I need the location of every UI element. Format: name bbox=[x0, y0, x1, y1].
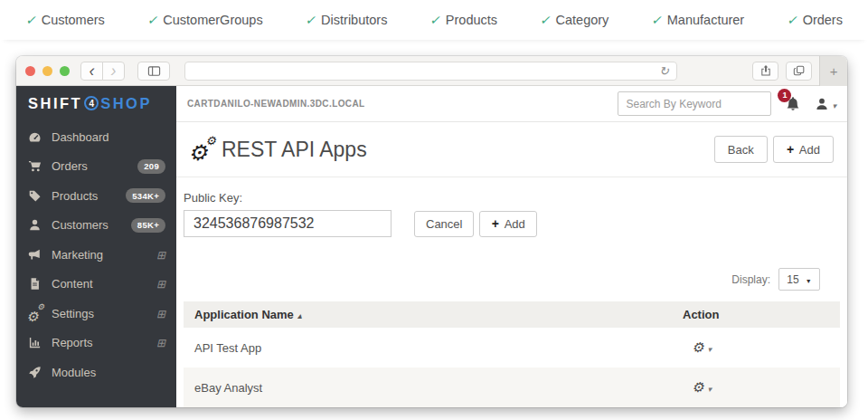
sidebar-label: Orders bbox=[52, 159, 137, 173]
add-button[interactable]: Add bbox=[773, 136, 834, 163]
sidebar-label: Content bbox=[52, 277, 156, 291]
form-add-button[interactable]: Add bbox=[479, 211, 536, 237]
check-item-category: Category bbox=[540, 13, 609, 27]
back-button[interactable]: Back bbox=[714, 136, 768, 163]
row-action-button[interactable] bbox=[683, 379, 712, 396]
file-icon bbox=[27, 277, 42, 291]
nav-buttons bbox=[80, 62, 125, 81]
expand-icon[interactable] bbox=[156, 336, 165, 349]
url-input[interactable] bbox=[193, 65, 659, 76]
table-row: API Test App bbox=[184, 328, 840, 368]
sidebar-item-products[interactable]: Products 534K+ bbox=[16, 181, 176, 211]
table-header-row: Application Name Action bbox=[184, 301, 840, 328]
sidebar-toggle-icon bbox=[147, 64, 161, 78]
dashboard-icon bbox=[27, 129, 42, 144]
sidebar-item-orders[interactable]: Orders 209 bbox=[16, 152, 176, 182]
tabs-overview-button[interactable] bbox=[786, 62, 812, 81]
user-icon bbox=[27, 218, 42, 233]
select-caret-icon bbox=[806, 273, 812, 286]
expand-icon[interactable] bbox=[156, 307, 165, 320]
sidebar-item-content[interactable]: Content bbox=[16, 270, 176, 300]
logo-4-icon: 4 bbox=[84, 96, 99, 110]
check-item-products: Products bbox=[429, 13, 497, 27]
notifications-button[interactable]: 1 bbox=[785, 96, 801, 112]
page-size-select[interactable]: 15 bbox=[778, 268, 820, 291]
sidebar-item-reports[interactable]: Reports bbox=[16, 329, 176, 358]
sidebar-item-customers[interactable]: Customers 85K+ bbox=[16, 211, 176, 241]
admin-app: SHIFT 4 SHOP Dashboard Orders 209 bbox=[16, 86, 847, 407]
check-item-customers: Customers bbox=[25, 13, 105, 27]
rocket-icon bbox=[27, 365, 42, 379]
account-menu-button[interactable] bbox=[815, 96, 836, 112]
person-icon bbox=[815, 97, 829, 111]
public-key-input[interactable] bbox=[184, 210, 392, 237]
sidebar-label: Marketing bbox=[52, 248, 156, 262]
check-item-manufacturer: Manufacturer bbox=[651, 13, 744, 27]
sidebar-toggle-button[interactable] bbox=[137, 62, 170, 81]
check-icon bbox=[787, 13, 797, 27]
shift4shop-logo[interactable]: SHIFT 4 SHOP bbox=[16, 86, 176, 120]
share-icon bbox=[760, 64, 772, 77]
search-input[interactable] bbox=[626, 98, 766, 110]
sidebar-item-dashboard[interactable]: Dashboard bbox=[16, 122, 176, 152]
topbar-right: 1 bbox=[618, 91, 836, 116]
sidebar-item-settings[interactable]: Settings bbox=[16, 299, 176, 329]
window-controls bbox=[25, 66, 70, 76]
tags-icon bbox=[27, 188, 42, 203]
cogs-icon bbox=[27, 306, 42, 320]
url-bar[interactable] bbox=[184, 62, 677, 81]
main-content: CARTDANILO-NEWADMIN.3DC.LOCAL 1 bbox=[176, 86, 847, 407]
tabs-icon bbox=[793, 64, 806, 77]
page-header: REST API Apps Back Add bbox=[176, 122, 847, 177]
public-key-label: Public Key: bbox=[184, 191, 847, 205]
reload-icon[interactable] bbox=[659, 62, 669, 79]
chrome-right-buttons bbox=[752, 56, 838, 86]
customers-count-badge: 85K+ bbox=[131, 218, 165, 233]
products-count-badge: 534K+ bbox=[126, 188, 165, 203]
check-item-distributors: Distributors bbox=[305, 13, 387, 27]
browser-forward-button[interactable] bbox=[102, 62, 125, 81]
display-label: Display: bbox=[731, 273, 770, 286]
check-item-customergroups: CustomerGroups bbox=[147, 13, 263, 27]
check-icon bbox=[25, 13, 36, 27]
sidebar: SHIFT 4 SHOP Dashboard Orders 209 bbox=[16, 86, 176, 407]
check-label: Distributors bbox=[321, 13, 387, 27]
check-item-orders: Orders bbox=[787, 13, 843, 27]
check-icon bbox=[540, 13, 551, 27]
page-title: REST API Apps bbox=[222, 138, 367, 162]
sidebar-label: Customers bbox=[52, 218, 131, 232]
gear-icon bbox=[188, 142, 208, 164]
minimize-window-button[interactable] bbox=[42, 66, 52, 76]
forward-icon bbox=[111, 62, 117, 80]
rest-api-cogs-icon bbox=[188, 137, 217, 162]
plus-icon bbox=[491, 216, 498, 231]
bar-chart-icon bbox=[27, 336, 42, 350]
check-icon bbox=[147, 13, 158, 27]
keyword-search[interactable] bbox=[618, 91, 771, 116]
gear-icon bbox=[692, 379, 703, 396]
sidebar-item-marketing[interactable]: Marketing bbox=[16, 240, 176, 270]
check-label: Category bbox=[556, 13, 609, 27]
sidebar-item-modules[interactable]: Modules bbox=[16, 358, 176, 387]
new-tab-button[interactable] bbox=[819, 56, 847, 86]
list-section: Display: 15 Application Name Action bbox=[176, 268, 847, 407]
close-window-button[interactable] bbox=[25, 66, 35, 76]
check-label: CustomerGroups bbox=[163, 13, 262, 27]
chevron-down-icon bbox=[707, 381, 712, 395]
row-action-button[interactable] bbox=[683, 339, 712, 356]
expand-icon[interactable] bbox=[156, 248, 165, 262]
header-buttons: Back Add bbox=[714, 136, 834, 163]
check-icon bbox=[305, 13, 316, 27]
form-add-button-label: Add bbox=[505, 217, 525, 231]
zoom-window-button[interactable] bbox=[60, 66, 70, 76]
cancel-button[interactable]: Cancel bbox=[414, 211, 474, 237]
browser-back-button[interactable] bbox=[80, 62, 103, 81]
notification-count-badge: 1 bbox=[778, 89, 791, 102]
column-application-name[interactable]: Application Name bbox=[194, 308, 683, 321]
share-button[interactable] bbox=[752, 62, 778, 81]
store-domain: CARTDANILO-NEWADMIN.3DC.LOCAL bbox=[187, 99, 365, 109]
back-button-label: Back bbox=[728, 143, 754, 157]
plus-icon bbox=[830, 63, 838, 79]
column-action: Action bbox=[683, 308, 719, 321]
expand-icon[interactable] bbox=[156, 277, 165, 291]
